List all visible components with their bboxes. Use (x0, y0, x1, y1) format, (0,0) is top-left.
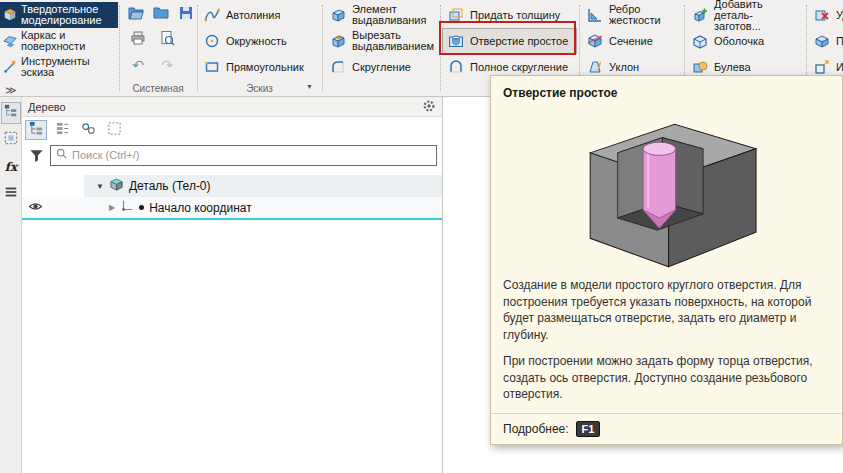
button-label: Придать толщину (470, 10, 560, 21)
parameters-icon (4, 131, 18, 149)
button-label: Оболочка (714, 36, 764, 47)
print-preview-button[interactable] (157, 30, 177, 50)
simple-hole-button[interactable]: Отверстие простое (442, 28, 577, 54)
extrude-button[interactable]: Элемент выдавливания (324, 2, 438, 28)
hole-tooltip: Отверстие простое Создание в модели прос… (490, 75, 843, 445)
part-group: Добавить деталь-заготов... Оболочка Буле… (686, 2, 804, 80)
eye-icon[interactable] (28, 199, 43, 217)
button-label: Прямоугольник (226, 62, 304, 73)
tree-panel-button[interactable] (1, 102, 21, 124)
tree-panel-title: Дерево (28, 101, 66, 113)
mode-sketch-tools[interactable]: Инструменты эскиза (0, 54, 118, 80)
tooltip-illustration (491, 102, 842, 277)
mode-panel: Твердотельное моделирование Каркас и пов… (0, 2, 118, 99)
menu-button[interactable] (1, 183, 21, 205)
add-part-button[interactable]: Добавить деталь-заготов... (686, 2, 804, 28)
tree-search-row (22, 141, 442, 169)
add-part-icon (691, 6, 709, 24)
solid-modeling-icon (3, 8, 17, 22)
thicken-button[interactable]: Придать толщину (442, 2, 577, 28)
button-label: Скругление (352, 62, 411, 73)
section-button[interactable]: Сечение (581, 28, 683, 54)
autoline-button[interactable]: Автолиния (198, 2, 321, 28)
bullet-icon (139, 205, 144, 210)
button-label: Окружность (226, 36, 287, 47)
hole-preview-image (554, 102, 779, 277)
surfaces-icon (3, 34, 17, 48)
mode-wireframe-surfaces[interactable]: Каркас и поверхности (0, 28, 118, 54)
parameters-panel-button[interactable] (1, 129, 21, 151)
variables-panel-button[interactable]: fx (1, 156, 21, 178)
tree-view-flat-button[interactable] (51, 120, 73, 140)
rib-button[interactable]: Ребро жесткости (581, 2, 683, 28)
save-button[interactable] (178, 5, 194, 25)
rectangle-button[interactable]: Прямоугольник (198, 54, 321, 80)
redo-icon: ↷ (161, 58, 173, 72)
tree-row-origin[interactable]: ▶ Начало координат (22, 197, 442, 220)
tree-relations-button[interactable] (77, 120, 99, 140)
cut-extrude-icon (329, 32, 347, 50)
rectangle-icon (203, 58, 221, 76)
extrude-icon (329, 6, 347, 24)
autoline-icon (203, 6, 221, 24)
tooltip-title: Отверстие простое (491, 76, 842, 102)
fillet-button[interactable]: Скругление (324, 54, 438, 80)
fx-icon: fx (5, 160, 17, 174)
folder-icon (153, 5, 169, 25)
tree-settings-button[interactable] (422, 99, 436, 115)
mode-label: Инструменты эскиза (21, 56, 115, 78)
expand-arrow-icon[interactable]: ▶ (109, 203, 115, 212)
chevron-down-icon[interactable]: ▼ (306, 83, 313, 90)
cut-extrude-button[interactable]: Вырезать выдавливанием (324, 28, 438, 54)
extrude-group: Элемент выдавливания Вырезать выдавливан… (324, 2, 438, 80)
collapse-arrow-icon[interactable]: ▼ (96, 182, 104, 191)
tree-panel-header: Дерево (22, 97, 442, 117)
button-label: Уклон (609, 62, 639, 73)
button-label: Сечение (609, 36, 653, 47)
print-button[interactable] (128, 30, 148, 50)
search-icon (55, 146, 68, 164)
button-label: Пе гра (836, 36, 843, 47)
tree-item-label: Начало координат (149, 201, 252, 215)
system-group-label: Системная (120, 83, 196, 94)
left-toolbar: fx (0, 97, 22, 473)
face-icon (813, 32, 831, 50)
shell-icon (691, 32, 709, 50)
circle-button[interactable]: Окружность (198, 28, 321, 54)
filter-icon[interactable] (27, 148, 45, 163)
tooltip-footer: Подробнее: F1 (491, 413, 842, 444)
tree-structure-icon (29, 121, 44, 140)
button-label: Элемент выдавливания (352, 4, 433, 26)
open-button[interactable] (128, 5, 144, 25)
tree-panel: Дерево ▼ Деталь (Тел-0) (22, 97, 443, 473)
new-document-button[interactable] (153, 5, 169, 25)
sketch-group: Автолиния Окружность Прямоугольник (198, 2, 321, 80)
relations-icon (81, 121, 96, 140)
sketch-group-label: Эскиз ▼ (198, 83, 321, 94)
tree-flat-icon (55, 121, 70, 140)
f1-key-badge: F1 (576, 421, 601, 437)
button-label: Уда (836, 10, 843, 21)
mode-solid-modeling[interactable]: Твердотельное моделирование (0, 2, 118, 28)
button-label: Булева (714, 62, 751, 73)
tree-toolbar (22, 117, 442, 141)
redo-button[interactable]: ↷ (157, 55, 177, 75)
separator (322, 5, 323, 91)
search-input[interactable] (72, 149, 432, 161)
tree-filter-area-button[interactable] (103, 120, 125, 140)
rib-group: Ребро жесткости Сечение Уклон (581, 2, 683, 80)
thickness-group: Придать толщину Отверстие простое Полное… (442, 2, 577, 80)
rib-icon (586, 6, 604, 24)
tree-view-structure-button[interactable] (25, 120, 47, 140)
tree-row-part[interactable]: ▼ Деталь (Тел-0) (22, 175, 442, 197)
delete-face-icon (813, 6, 831, 24)
button-label: Вырезать выдавливанием (352, 30, 434, 52)
simple-hole-icon (447, 32, 465, 50)
undo-button[interactable]: ↶ (128, 55, 148, 75)
edge-button-2[interactable]: Пе гра (808, 28, 843, 54)
shell-button[interactable]: Оболочка (686, 28, 804, 54)
button-label: Из раз (836, 62, 843, 73)
edge-button-1[interactable]: Уда (808, 2, 843, 28)
folder-open-icon (128, 5, 144, 25)
tooltip-paragraph: При построении можно задать форму торца … (503, 353, 830, 403)
